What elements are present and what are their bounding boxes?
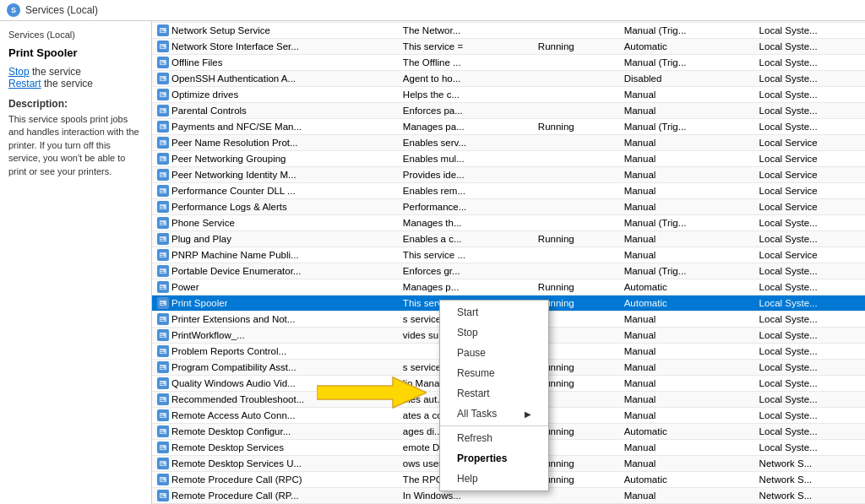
cell-status (533, 23, 619, 39)
cell-startup: Manual (619, 247, 754, 263)
table-row[interactable]: Peer Name Resolution Prot...Enables serv… (152, 135, 865, 151)
cell-status (533, 87, 619, 103)
service-name-text: Remote Procedure Call (RPC) (171, 474, 302, 485)
table-row[interactable]: Phone ServiceManages th...Manual (Trig..… (152, 215, 865, 231)
cell-name: Program Compatibility Asst... (152, 360, 321, 375)
svg-rect-59 (160, 304, 165, 305)
table-row[interactable]: OpenSSH Authentication A...Agent to ho..… (152, 71, 865, 87)
stop-link[interactable]: Stop (8, 66, 30, 78)
service-name-text: Quality Windows Audio Vid... (171, 378, 296, 388)
cell-logon: Local Syste... (754, 360, 865, 376)
service-icon (157, 361, 169, 373)
svg-rect-92 (160, 480, 165, 481)
table-row[interactable]: Peer Networking Identity M...Provides id… (152, 167, 865, 183)
svg-rect-89 (160, 464, 165, 465)
cell-startup: Automatic (619, 472, 754, 488)
cell-name: Remote Procedure Call (RPC) (152, 472, 321, 487)
cell-startup: Automatic (619, 39, 754, 55)
context-menu-item-refresh[interactable]: Refresh (440, 428, 548, 448)
svg-rect-23 (160, 111, 165, 112)
svg-rect-52 (160, 270, 163, 271)
context-menu-item-properties[interactable]: Properties (440, 448, 548, 469)
table-row[interactable]: Portable Device Enumerator...Enforces gr… (152, 263, 865, 279)
service-name-text: Recommended Troubleshoot... (171, 394, 304, 404)
table-row[interactable]: Parental ControlsEnforces pa...ManualLoc… (152, 103, 865, 119)
description-text: This service spools print jobs and handl… (8, 113, 143, 178)
context-menu-item-start[interactable]: Start (440, 302, 548, 322)
table-row[interactable]: Plug and PlayEnables a c...RunningManual… (152, 231, 865, 247)
cell-name: OpenSSH Authentication A... (152, 71, 321, 86)
service-name-text: Print Spooler (171, 298, 227, 308)
cell-startup: Manual (619, 328, 754, 344)
table-row[interactable]: Peer Networking GroupingEnables mul...Ma… (152, 151, 865, 167)
table-row[interactable]: Network Store Interface Ser...This servi… (152, 39, 865, 55)
context-menu-item-stop[interactable]: Stop (440, 322, 548, 343)
service-icon (157, 313, 169, 325)
service-icon (157, 393, 169, 405)
app-icon: S (7, 3, 20, 17)
cell-desc: Enables a c... (398, 231, 533, 247)
cell-startup: Manual (619, 87, 754, 103)
cell-name: Remote Access Auto Conn... (152, 408, 321, 423)
title-bar-text: Services (Local) (25, 4, 98, 16)
table-row[interactable]: Payments and NFC/SE Man...Manages pa...R… (152, 119, 865, 135)
svg-rect-65 (160, 336, 165, 337)
cell-status (533, 199, 619, 215)
svg-rect-91 (160, 479, 163, 480)
cell-startup: Automatic (619, 295, 754, 312)
cell-logon: Local Service (754, 247, 865, 263)
cell-desc: Manages p... (398, 279, 533, 295)
cell-logon: Local Syste... (754, 328, 865, 344)
context-menu-item-help[interactable]: Help (440, 469, 548, 489)
cell-name: Remote Procedure Call (RP... (152, 488, 321, 503)
restart-link[interactable]: Restart (8, 78, 41, 89)
cell-name: Power (152, 279, 321, 295)
title-bar: S Services (Local) (0, 0, 865, 21)
service-name-text: Portable Device Enumerator... (171, 266, 301, 276)
table-row[interactable]: Offline FilesThe Offline ...Manual (Trig… (152, 55, 865, 71)
service-icon (157, 73, 169, 84)
sidebar-panel-title: Services (Local) (8, 30, 143, 40)
cell-desc: Manages th... (398, 215, 533, 231)
restart-text: the service (41, 78, 93, 89)
svg-rect-67 (160, 350, 163, 351)
cell-logon: Local Syste... (754, 231, 865, 247)
cell-logon: Local Service (754, 135, 865, 151)
context-menu-item-resume[interactable]: Resume (440, 363, 548, 383)
cell-startup: Manual (619, 344, 754, 360)
table-row[interactable]: Performance Counter DLL ...Enables rem..… (152, 183, 865, 199)
service-name-text: Printer Extensions and Not... (171, 314, 295, 324)
submenu-arrow: ▶ (525, 409, 531, 419)
context-menu-item-pause[interactable]: Pause (440, 343, 548, 363)
cell-startup: Manual (Trig... (619, 215, 754, 231)
context-menu-divider (440, 425, 548, 426)
cell-name: Plug and Play (152, 231, 321, 247)
table-row[interactable]: Optimize drivesHelps the c...ManualLocal… (152, 87, 865, 103)
cell-status (533, 215, 619, 231)
table-row[interactable]: PNRP Machine Name Publi...This service .… (152, 247, 865, 263)
cell-startup: Automatic (619, 424, 754, 440)
cell-desc: Agent to ho... (398, 71, 533, 87)
context-menu-item-restart[interactable]: Restart (440, 383, 548, 404)
cell-desc: Manages pa... (398, 119, 533, 135)
svg-rect-64 (160, 334, 163, 335)
cell-desc: Performance... (398, 199, 533, 215)
yellow-arrow (317, 376, 427, 412)
cell-logon: Local Syste... (754, 103, 865, 119)
table-row[interactable]: Performance Logs & AlertsPerformance...M… (152, 199, 865, 215)
cell-desc: Enables serv... (398, 135, 533, 151)
cell-logon: Local Syste... (754, 440, 865, 456)
cell-logon: Local Syste... (754, 23, 865, 39)
service-name-text: Remote Desktop Services U... (171, 458, 302, 469)
table-row[interactable]: PowerManages p...RunningAutomaticLocal S… (152, 279, 865, 295)
cell-name: Peer Name Resolution Prot... (152, 135, 321, 150)
svg-rect-19 (160, 94, 163, 95)
cell-name: PrintWorkflow_... (152, 328, 321, 343)
svg-rect-28 (160, 142, 163, 143)
service-name-text: Peer Networking Grouping (171, 154, 286, 164)
table-row[interactable]: Network Setup ServiceThe Networ...Manual… (152, 23, 865, 39)
service-name-text: Power (171, 282, 199, 292)
svg-rect-43 (160, 222, 163, 223)
cell-name: Parental Controls (152, 103, 321, 118)
context-menu-item-all-tasks[interactable]: All Tasks▶ (440, 404, 548, 424)
